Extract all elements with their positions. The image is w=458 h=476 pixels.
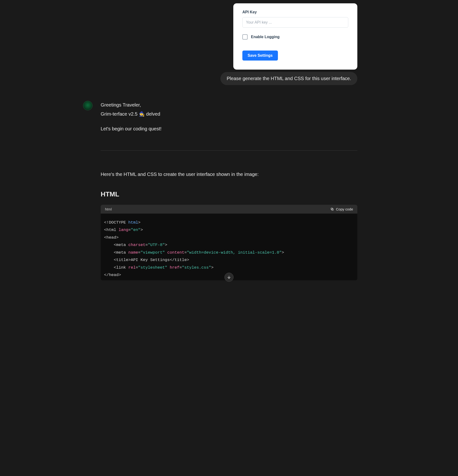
code-block: html Copy code <!DOCTYPE html> <html lan… (101, 205, 357, 280)
api-key-label: API Key (242, 10, 348, 14)
copy-code-label: Copy code (336, 207, 353, 211)
copy-code-button[interactable]: Copy code (330, 207, 353, 211)
assistant-line: Grim-terface v2.5 🧙 delved (101, 109, 357, 119)
wizard-icon: 🧙 (139, 111, 145, 117)
assistant-line: Greetings Traveler, (101, 100, 357, 109)
enable-logging-checkbox[interactable] (242, 34, 248, 40)
arrow-down-icon (227, 275, 231, 279)
api-settings-card: API Key Enable Logging Save Settings (233, 3, 357, 70)
code-language-label: html (105, 207, 112, 211)
assistant-intro: Here's the HTML and CSS to create the us… (101, 172, 357, 177)
save-settings-button[interactable]: Save Settings (242, 51, 278, 60)
section-heading-html: HTML (101, 190, 357, 198)
enable-logging-label: Enable Logging (251, 35, 280, 39)
assistant-line: Let's begin our coding quest! (101, 124, 357, 133)
api-key-input[interactable] (242, 17, 348, 28)
assistant-avatar (83, 101, 93, 110)
copy-icon (330, 207, 334, 211)
user-message: Please generate the HTML and CSS for thi… (220, 72, 357, 85)
divider (101, 150, 357, 151)
assistant-message: Greetings Traveler, Grim-terface v2.5 🧙 … (101, 100, 357, 133)
code-content[interactable]: <!DOCTYPE html> <html lang="en"> <head> … (101, 213, 357, 280)
scroll-down-button[interactable] (224, 273, 234, 282)
